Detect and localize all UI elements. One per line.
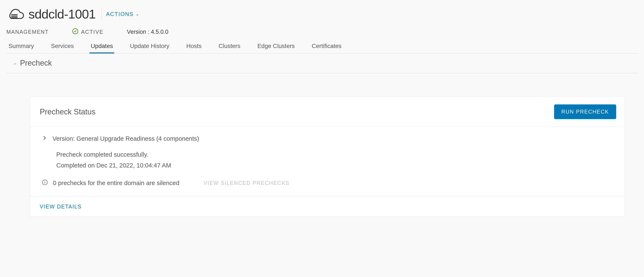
actions-button[interactable]: ACTIONS ⌄ [106,11,140,17]
version-text: Version : 4.5.0.0 [127,29,168,35]
status-line: Precheck completed successfully. [56,149,615,160]
tab-services[interactable]: Services [51,41,74,53]
status-active: ACTIVE [72,28,104,36]
tab-hosts[interactable]: Hosts [186,41,202,53]
svg-point-6 [45,181,45,181]
run-precheck-button[interactable]: RUN PRECHECK [554,104,616,119]
page-title: sddcld-1001 [28,7,96,21]
check-circle-icon [72,28,78,36]
version-row[interactable]: Version: General Upgrade Readiness (4 co… [42,135,615,142]
tab-certificates[interactable]: Certificates [312,41,342,53]
divider [102,8,102,20]
detail-block: Precheck completed successfully. Complet… [56,149,615,171]
precheck-card: Precheck Status RUN PRECHECK Version: Ge… [30,97,625,217]
view-silenced-button: VIEW SILENCED PRECHECKS [204,180,290,186]
meta-row: MANAGEMENT ACTIVE Version : 4.5.0.0 [6,28,638,36]
page-header: sddcld-1001 ACTIONS ⌄ [6,6,638,22]
tab-edge-clusters[interactable]: Edge Clusters [258,41,295,53]
chevron-down-icon: ⌄ [13,61,17,65]
tab-summary[interactable]: Summary [8,41,34,53]
card-body: Version: General Upgrade Readiness (4 co… [30,127,625,196]
card-header: Precheck Status RUN PRECHECK [30,97,625,127]
tab-updates[interactable]: Updates [91,41,113,53]
card-footer: VIEW DETAILS [30,196,625,217]
tab-update-history[interactable]: Update History [130,41,169,53]
chevron-down-icon: ⌄ [136,11,140,16]
completed-line: Completed on Dec 21, 2022, 10:04:47 AM [56,160,615,171]
section-precheck-header[interactable]: ⌄ Precheck [6,53,638,73]
view-details-button[interactable]: VIEW DETAILS [40,204,82,210]
actions-label: ACTIONS [106,11,134,17]
management-label: MANAGEMENT [6,29,49,35]
chevron-right-icon [42,135,48,142]
svg-point-3 [73,29,78,34]
silenced-row: 0 prechecks for the entire domain are si… [42,179,615,187]
version-line: Version: General Upgrade Readiness (4 co… [52,135,199,142]
tab-clusters[interactable]: Clusters [218,41,240,53]
card-title: Precheck Status [40,107,96,116]
section-title: Precheck [20,59,52,67]
tabs: Summary Services Updates Update History … [6,41,638,53]
status-label: ACTIVE [81,29,104,35]
silenced-text: 0 prechecks for the entire domain are si… [53,180,180,187]
cloud-icon [6,6,24,22]
info-icon [42,179,48,187]
